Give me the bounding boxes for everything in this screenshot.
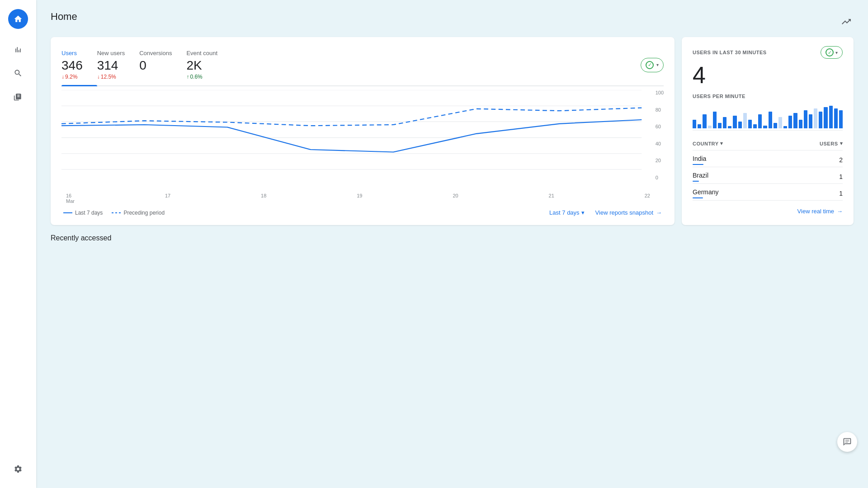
bar-item <box>698 124 701 128</box>
y-axis-labels: 0 20 40 60 80 100 <box>656 90 664 189</box>
metric-users-value: 346 <box>61 58 83 73</box>
x-label-18: 18 <box>261 193 266 204</box>
users-per-minute-label: USERS PER MINUTE <box>693 94 843 99</box>
view-reports-link[interactable]: View reports snapshot → <box>595 209 662 216</box>
country-row-brazil: Brazil 1 <box>693 167 843 184</box>
metric-event-count[interactable]: Event count 2K ↑ 0.6% <box>186 44 232 85</box>
y-label-100: 100 <box>656 90 664 95</box>
bar-item <box>743 113 747 128</box>
bar-item <box>814 108 817 128</box>
bar-item <box>753 124 757 128</box>
metric-event-count-change: ↑ 0.6% <box>186 74 217 80</box>
bar-item <box>793 113 797 128</box>
realtime-dropdown-icon: ▾ <box>835 50 838 55</box>
compare-icon[interactable] <box>841 16 852 29</box>
arrow-right-icon: → <box>656 209 662 216</box>
country-bar-germany <box>693 197 703 198</box>
country-sort-icon: ▾ <box>720 141 723 146</box>
bar-item <box>829 106 833 128</box>
country-table-header: COUNTRY ▾ USERS ▾ <box>693 138 843 150</box>
country-bar-brazil <box>693 181 699 182</box>
x-label-20: 20 <box>453 193 458 204</box>
period-selector-label: Last 7 days <box>549 209 580 216</box>
bar-item <box>839 110 843 129</box>
country-name-germany: Germany <box>693 188 719 196</box>
x-label-22: 22 <box>645 193 650 204</box>
up-arrow-icon: ↑ <box>186 74 189 80</box>
x-label-mar16: 16Mar <box>66 193 75 204</box>
metric-new-users-change: ↓ 12.5% <box>97 74 125 80</box>
metric-users-change: ↓ 9.2% <box>61 74 83 80</box>
chart-card: Users 346 ↓ 9.2% New users 314 ↓ 12.5% <box>51 37 675 225</box>
metric-conversions-value: 0 <box>139 58 172 73</box>
period-selector[interactable]: Last 7 days ▾ <box>549 209 585 216</box>
legend-solid-label: Last 7 days <box>75 210 103 216</box>
bar-item <box>778 117 782 128</box>
bar-item <box>738 122 742 129</box>
users-column-header[interactable]: USERS ▾ <box>820 141 843 146</box>
sidebar <box>0 0 36 488</box>
chart-legend: Last 7 days Preceding period <box>63 210 165 216</box>
country-bar-india <box>693 164 703 165</box>
down-arrow-icon: ↓ <box>61 74 64 80</box>
legend-solid-line <box>63 212 72 213</box>
y-label-20: 20 <box>656 158 664 163</box>
x-axis-labels: 16Mar 17 18 19 20 21 22 <box>61 191 664 204</box>
country-column-header[interactable]: COUNTRY ▾ <box>693 141 723 146</box>
settings-nav-button[interactable] <box>8 459 28 479</box>
realtime-card: USERS IN LAST 30 MINUTES ✓ ▾ 4 USERS PER… <box>682 37 854 225</box>
bar-item <box>693 120 696 128</box>
metric-users[interactable]: Users 346 ↓ 9.2% <box>61 44 97 85</box>
bar-item <box>809 114 812 128</box>
reports-nav-button[interactable] <box>8 40 28 60</box>
explore-nav-button[interactable] <box>8 63 28 83</box>
bar-item <box>783 126 787 128</box>
advertising-nav-button[interactable] <box>8 87 28 107</box>
metric-users-label: Users <box>61 50 83 56</box>
metric-new-users-value: 314 <box>97 58 125 73</box>
country-row-germany: Germany 1 <box>693 184 843 201</box>
metric-conversions[interactable]: Conversions 0 <box>139 44 186 85</box>
legend-dashed-item: Preceding period <box>112 210 165 216</box>
metrics-filter-button[interactable]: ✓ ▾ <box>641 58 664 72</box>
view-realtime-link[interactable]: View real time → <box>797 208 843 215</box>
bar-item <box>733 116 736 128</box>
bar-item <box>824 107 827 128</box>
y-label-0: 0 <box>656 175 664 180</box>
realtime-filter-button[interactable]: ✓ ▾ <box>821 46 843 59</box>
dropdown-arrow-icon: ▾ <box>656 62 659 67</box>
recently-accessed-title: Recently accessed <box>51 234 854 242</box>
realtime-header: USERS IN LAST 30 MINUTES ✓ ▾ <box>693 46 843 59</box>
bar-item <box>713 112 717 129</box>
legend-dashed-label: Preceding period <box>123 210 165 216</box>
bar-item <box>728 126 731 128</box>
bar-item <box>834 108 838 128</box>
bar-item <box>763 126 767 128</box>
x-label-17: 17 <box>165 193 170 204</box>
bar-item <box>799 120 802 128</box>
period-dropdown-icon: ▾ <box>581 209 585 216</box>
metric-new-users[interactable]: New users 314 ↓ 12.5% <box>97 44 139 85</box>
country-val-germany: 1 <box>839 190 843 197</box>
country-name-brazil: Brazil <box>693 172 708 179</box>
bar-item <box>804 110 807 129</box>
chart-footer: Last 7 days Preceding period Last 7 days… <box>61 209 664 216</box>
bar-item <box>708 126 712 128</box>
main-content: Home Users 346 ↓ 9.2% <box>36 0 868 488</box>
country-table: COUNTRY ▾ USERS ▾ India 2 <box>693 138 843 201</box>
realtime-footer: View real time → <box>693 208 843 215</box>
realtime-title: USERS IN LAST 30 MINUTES <box>693 50 767 55</box>
country-val-india: 2 <box>839 156 843 164</box>
country-name-india: India <box>693 155 706 162</box>
bar-item <box>769 112 772 129</box>
bar-item <box>718 123 722 129</box>
line-chart <box>61 90 664 189</box>
x-label-21: 21 <box>549 193 554 204</box>
green-check-icon: ✓ <box>646 61 654 69</box>
page-title: Home <box>51 11 77 23</box>
recently-accessed-section: Recently accessed <box>51 234 854 242</box>
feedback-button[interactable] <box>837 432 857 452</box>
y-label-80: 80 <box>656 107 664 113</box>
users-sort-icon: ▾ <box>840 141 843 146</box>
home-nav-button[interactable] <box>8 9 28 29</box>
